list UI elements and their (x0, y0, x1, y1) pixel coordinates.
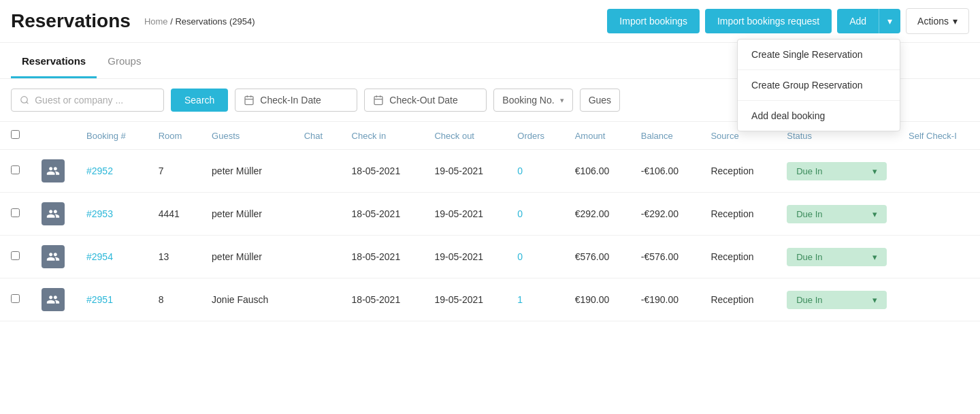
col-guests: Guests (201, 122, 293, 150)
row-avatar-cell (31, 150, 76, 193)
orders-link[interactable]: 0 (517, 165, 523, 176)
row-booking[interactable]: #2951 (76, 278, 148, 321)
add-main-button[interactable]: Add (837, 9, 879, 33)
guest-label: Gues (589, 95, 611, 106)
row-chat (293, 193, 341, 236)
row-booking[interactable]: #2952 (76, 150, 148, 193)
avatar (42, 245, 65, 268)
row-guests: peter Müller (201, 236, 293, 278)
row-balance: -€292.00 (630, 193, 700, 236)
row-orders[interactable]: 0 (506, 193, 564, 236)
row-amount: €292.00 (564, 193, 630, 236)
row-source: Reception (700, 193, 776, 236)
row-source: Reception (700, 150, 776, 193)
row-amount: €576.00 (564, 236, 630, 278)
table-row: #2954 13 peter Müller 18-05-2021 19-05-2… (0, 236, 980, 278)
checkin-date-label: Check-In Date (260, 95, 321, 106)
row-amount: €190.00 (564, 278, 630, 321)
checkin-date-filter[interactable]: Check-In Date (235, 89, 357, 112)
user-icon (46, 293, 60, 306)
user-icon (46, 207, 60, 221)
user-icon (46, 250, 60, 264)
row-selfcheckin (898, 278, 980, 321)
orders-link[interactable]: 0 (517, 208, 523, 219)
row-booking[interactable]: #2954 (76, 236, 148, 278)
add-caret-button[interactable]: ▾ (879, 9, 900, 33)
row-room: 4441 (148, 193, 201, 236)
import-bookings-request-button[interactable]: Import bookings request (705, 9, 832, 33)
row-checkbox[interactable] (11, 165, 20, 174)
row-checkout: 19-05-2021 (423, 236, 506, 278)
row-checkbox[interactable] (11, 208, 20, 217)
tab-reservations[interactable]: Reservations (11, 46, 97, 78)
row-orders[interactable]: 1 (506, 278, 564, 321)
reservations-table: Booking # Room Guests Chat Check in Chec… (0, 122, 980, 321)
row-checkbox[interactable] (11, 251, 20, 260)
avatar (42, 288, 65, 311)
search-button[interactable]: Search (171, 89, 228, 112)
booking-no-filter[interactable]: Booking No. ▾ (493, 89, 572, 112)
actions-label: Actions (917, 16, 949, 27)
col-checkout[interactable]: Check out (423, 122, 506, 150)
header: Reservations Home / Reservations (2954) … (0, 0, 980, 43)
row-booking[interactable]: #2953 (76, 193, 148, 236)
create-single-reservation-item[interactable]: Create Single Reservation (738, 39, 900, 70)
table-body: #2952 7 peter Müller 18-05-2021 19-05-20… (0, 150, 980, 321)
actions-button[interactable]: Actions ▾ (906, 8, 969, 34)
row-balance: -€576.00 (630, 236, 700, 278)
create-group-reservation-item[interactable]: Create Group Reservation (738, 70, 900, 101)
table-row: #2951 8 Jonie Fausch 18-05-2021 19-05-20… (0, 278, 980, 321)
col-amount: Amount (564, 122, 630, 150)
row-checkin: 18-05-2021 (341, 236, 424, 278)
status-caret-icon: ▾ (872, 209, 877, 219)
avatar (42, 202, 65, 225)
checkout-date-label: Check-Out Date (389, 95, 457, 106)
status-badge[interactable]: Due In ▾ (787, 162, 887, 180)
row-checkout: 19-05-2021 (423, 150, 506, 193)
booking-no-sort-icon: ▾ (560, 96, 564, 105)
tab-groups[interactable]: Groups (97, 46, 152, 78)
col-balance: Balance (630, 122, 700, 150)
add-button-group: Add ▾ (837, 9, 900, 33)
status-badge[interactable]: Due In ▾ (787, 291, 887, 309)
select-all-checkbox[interactable] (11, 130, 20, 139)
booking-no-label: Booking No. (502, 95, 554, 106)
orders-link[interactable]: 1 (517, 294, 523, 305)
col-checkin[interactable]: Check in (341, 122, 424, 150)
row-room: 13 (148, 236, 201, 278)
status-caret-icon: ▾ (872, 166, 877, 176)
col-chat: Chat (293, 122, 341, 150)
table-row: #2952 7 peter Müller 18-05-2021 19-05-20… (0, 150, 980, 193)
row-avatar-cell (31, 236, 76, 278)
row-avatar-cell (31, 193, 76, 236)
row-checkbox-cell (0, 278, 31, 321)
search-input[interactable] (35, 95, 155, 106)
checkout-date-filter[interactable]: Check-Out Date (364, 89, 487, 112)
row-checkbox[interactable] (11, 294, 20, 303)
svg-rect-6 (374, 97, 382, 105)
row-chat (293, 236, 341, 278)
row-orders[interactable]: 0 (506, 150, 564, 193)
breadcrumb-current: Reservations (2954) (175, 16, 255, 27)
row-source: Reception (700, 236, 776, 278)
orders-link[interactable]: 0 (517, 251, 523, 262)
import-bookings-button[interactable]: Import bookings (607, 9, 700, 33)
status-badge[interactable]: Due In ▾ (787, 248, 887, 266)
add-button-wrapper: Add ▾ Create Single Reservation Create G… (837, 9, 900, 33)
breadcrumb-home[interactable]: Home (144, 16, 168, 27)
add-deal-booking-item[interactable]: Add deal booking (738, 101, 900, 131)
col-room: Room (148, 122, 201, 150)
row-status-cell: Due In ▾ (776, 278, 898, 321)
row-orders[interactable]: 0 (506, 236, 564, 278)
header-actions: Import bookings Import bookings request … (607, 8, 969, 34)
status-caret-icon: ▾ (872, 252, 877, 262)
row-checkin: 18-05-2021 (341, 278, 424, 321)
reservations-table-container: Booking # Room Guests Chat Check in Chec… (0, 122, 980, 321)
row-checkin: 18-05-2021 (341, 150, 424, 193)
status-badge[interactable]: Due In ▾ (787, 205, 887, 223)
row-selfcheckin (898, 193, 980, 236)
row-room: 8 (148, 278, 201, 321)
row-guests: Jonie Fausch (201, 278, 293, 321)
status-caret-icon: ▾ (872, 295, 877, 305)
guest-filter[interactable]: Gues (580, 89, 620, 112)
